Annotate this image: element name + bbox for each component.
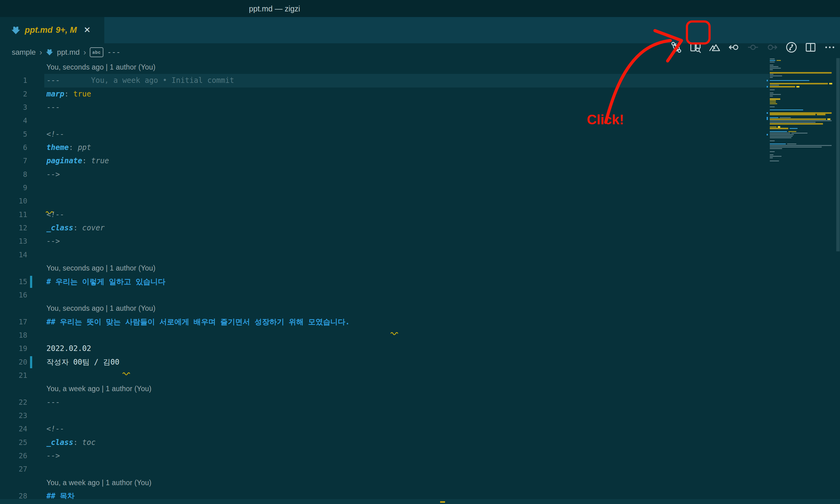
- line-number: 10: [0, 195, 27, 208]
- modified-line-indicator: [30, 356, 32, 368]
- click-annotation-label: Click!: [587, 112, 624, 127]
- marp-preview-icon[interactable]: [708, 40, 721, 54]
- blame-text[interactable]: You, seconds ago | 1 author (You): [47, 262, 155, 275]
- symbol-string-icon: abc: [90, 47, 103, 57]
- editor-toolbar: [669, 34, 837, 60]
- code-row[interactable]: 192022.02.02: [0, 342, 769, 355]
- editor[interactable]: You, seconds ago | 1 author (You)1---You…: [0, 60, 769, 504]
- tab-ppt-md[interactable]: ppt.md 9+, M ✕: [0, 17, 104, 43]
- tab-bar: ppt.md 9+, M ✕: [0, 17, 840, 43]
- minimap-modified-indicator: [767, 86, 768, 88]
- open-preview-icon[interactable]: [689, 40, 702, 54]
- code-text: _class: toc: [47, 436, 96, 449]
- line-number: 7: [0, 154, 27, 167]
- modified-line-indicator: [30, 276, 32, 288]
- line-number: 6: [0, 141, 27, 154]
- line-number: 24: [0, 422, 27, 436]
- blame-text[interactable]: You, seconds ago | 1 author (You): [47, 60, 155, 74]
- line-number: 15: [0, 275, 27, 288]
- blame-annotation-row[interactable]: You, seconds ago | 1 author (You): [0, 302, 769, 315]
- code-row[interactable]: 6theme: ppt: [0, 141, 769, 154]
- code-row[interactable]: 14: [0, 248, 769, 262]
- line-number: 14: [0, 248, 27, 262]
- code-row[interactable]: 23: [0, 409, 769, 422]
- minimap-modified-indicator: [767, 134, 768, 136]
- code-text: <!--: [47, 208, 64, 221]
- code-row[interactable]: 24<!--: [0, 422, 769, 436]
- line-number: 5: [0, 128, 27, 141]
- blame-annotation-row[interactable]: You, seconds ago | 1 author (You): [0, 262, 769, 275]
- code-text: -->: [47, 235, 60, 248]
- breadcrumb-item-section[interactable]: ---: [107, 48, 120, 57]
- tab-decorations: 9+, M: [56, 25, 77, 35]
- vertical-scrollbar[interactable]: [836, 43, 840, 504]
- blame-annotation-row[interactable]: You, a week ago | 1 author (You): [0, 476, 769, 489]
- minimap-modified-indicator: [767, 80, 768, 81]
- code-row[interactable]: 7paginate: true: [0, 154, 769, 167]
- line-number: 25: [0, 436, 27, 449]
- overview-warning-tick: [440, 501, 445, 503]
- blame-annotation-row[interactable]: You, a week ago | 1 author (You): [0, 382, 769, 395]
- scrollbar-thumb[interactable]: [836, 58, 840, 251]
- minimap-modified-indicator: [767, 119, 768, 120]
- code-row[interactable]: 2marp: true: [0, 88, 769, 101]
- gitlens-icon[interactable]: [785, 40, 798, 54]
- code-row[interactable]: 10: [0, 195, 769, 208]
- more-actions-icon[interactable]: [823, 40, 837, 54]
- code-row[interactable]: 8-->: [0, 168, 769, 181]
- code-row[interactable]: 9: [0, 181, 769, 195]
- minimap-row: [770, 160, 835, 162]
- code-row[interactable]: 1---You, a week ago • Initial commit: [0, 74, 769, 87]
- breadcrumb-item-folder[interactable]: sample: [12, 48, 36, 57]
- chevron-right-icon: ›: [39, 48, 42, 57]
- code-text: <!--: [47, 128, 64, 141]
- blame-text[interactable]: You, a week ago | 1 author (You): [47, 476, 151, 489]
- code-text: _class: cover: [47, 221, 105, 235]
- code-row[interactable]: 25_class: toc: [0, 436, 769, 449]
- code-text: paginate: true: [47, 154, 109, 167]
- change-indicator-icon[interactable]: [746, 40, 760, 54]
- breadcrumb-item-file[interactable]: ppt.md: [57, 48, 80, 57]
- code-row[interactable]: 3---: [0, 101, 769, 114]
- code-row[interactable]: 12_class: cover: [0, 221, 769, 235]
- line-number: 13: [0, 235, 27, 248]
- code-row[interactable]: 27: [0, 463, 769, 476]
- line-number: 27: [0, 463, 27, 476]
- code-row[interactable]: 21: [0, 369, 769, 382]
- code-row[interactable]: 26-->: [0, 449, 769, 463]
- markdown-file-icon: [46, 49, 53, 56]
- previous-change-icon[interactable]: [727, 40, 741, 54]
- code-row[interactable]: 5<!--: [0, 128, 769, 141]
- code-row[interactable]: 15# 우리는 이렇게 일하고 있습니다: [0, 275, 769, 288]
- tab-filename: ppt.md: [25, 25, 53, 35]
- line-number: 16: [0, 288, 27, 302]
- code-row[interactable]: 4: [0, 114, 769, 127]
- next-change-icon[interactable]: [766, 40, 779, 54]
- close-icon[interactable]: ✕: [84, 26, 91, 34]
- line-number: 18: [0, 329, 27, 342]
- code-row[interactable]: 17## 우리는 뜻이 맞는 사람들이 서로에게 배우며 즐기면서 성장하기 위…: [0, 316, 769, 329]
- minimap[interactable]: [770, 58, 835, 162]
- code-text: # 우리는 이렇게 일하고 있습니다: [47, 275, 165, 288]
- line-number: 3: [0, 101, 27, 114]
- blame-text[interactable]: You, a week ago | 1 author (You): [47, 382, 151, 395]
- code-text: 2022.02.02: [47, 342, 91, 355]
- code-row[interactable]: 22---: [0, 396, 769, 409]
- open-changes-icon[interactable]: [669, 40, 683, 54]
- line-number: 20: [0, 356, 27, 369]
- minimap-modified-indicator: [767, 112, 768, 114]
- blame-annotation-row[interactable]: You, seconds ago | 1 author (You): [0, 60, 769, 74]
- blame-text[interactable]: You, seconds ago | 1 author (You): [47, 302, 155, 315]
- code-text: marp: true: [47, 88, 91, 101]
- code-row[interactable]: 20작성자 00팀 / 김00: [0, 356, 769, 369]
- line-number: 23: [0, 409, 27, 422]
- code-row[interactable]: 16: [0, 288, 769, 302]
- split-editor-icon[interactable]: [804, 40, 818, 54]
- code-row[interactable]: 11<!--: [0, 208, 769, 221]
- code-text: ---: [47, 74, 60, 87]
- horizontal-scrollbar[interactable]: [0, 499, 840, 504]
- code-row[interactable]: 13-->: [0, 235, 769, 248]
- line-number: 4: [0, 114, 27, 127]
- line-number: 1: [0, 74, 27, 87]
- code-row[interactable]: 18: [0, 329, 769, 342]
